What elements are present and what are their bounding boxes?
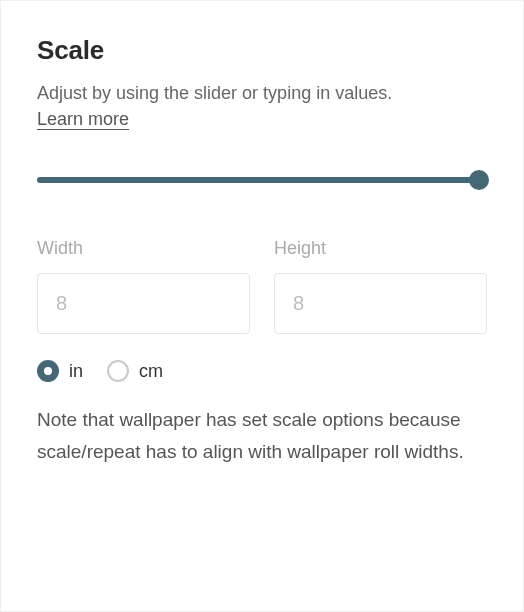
unit-radio-group: in cm xyxy=(37,360,487,382)
height-input[interactable] xyxy=(274,273,487,334)
width-input[interactable] xyxy=(37,273,250,334)
height-field: Height xyxy=(274,238,487,334)
dimension-fields: Width Height xyxy=(37,238,487,334)
width-label: Width xyxy=(37,238,250,259)
scale-panel: Scale Adjust by using the slider or typi… xyxy=(0,0,524,612)
scale-title: Scale xyxy=(37,35,487,66)
learn-more-link[interactable]: Learn more xyxy=(37,109,129,130)
unit-radio-cm[interactable]: cm xyxy=(107,360,163,382)
width-field: Width xyxy=(37,238,250,334)
scale-note: Note that wallpaper has set scale option… xyxy=(37,404,487,469)
unit-in-label: in xyxy=(69,361,83,382)
radio-checked-icon xyxy=(37,360,59,382)
slider-track xyxy=(37,177,487,183)
scale-slider[interactable] xyxy=(37,170,487,190)
scale-description: Adjust by using the slider or typing in … xyxy=(37,80,487,107)
unit-radio-in[interactable]: in xyxy=(37,360,83,382)
radio-unchecked-icon xyxy=(107,360,129,382)
height-label: Height xyxy=(274,238,487,259)
slider-thumb[interactable] xyxy=(469,170,489,190)
unit-cm-label: cm xyxy=(139,361,163,382)
